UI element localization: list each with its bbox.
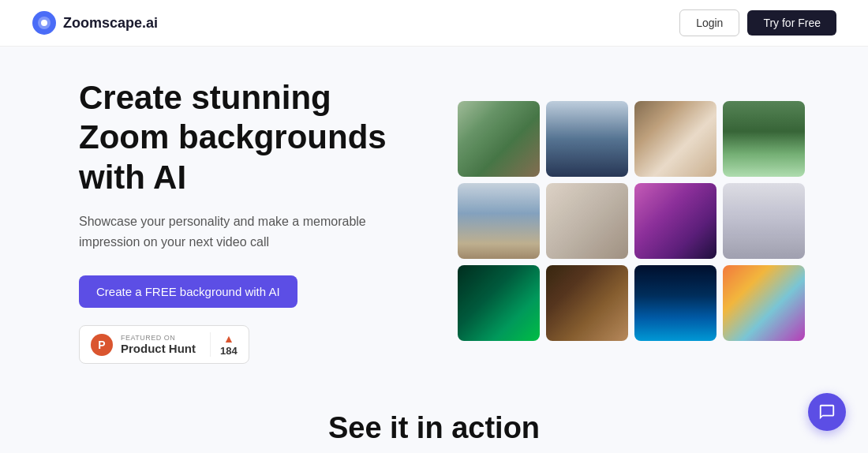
product-hunt-featured-label: FEATURED ON bbox=[121, 334, 196, 342]
image-tile-10 bbox=[546, 265, 628, 341]
image-tile-2 bbox=[546, 101, 628, 177]
product-hunt-text: FEATURED ON Product Hunt bbox=[121, 334, 196, 355]
image-tile-1 bbox=[458, 101, 540, 177]
image-tile-5 bbox=[458, 183, 540, 259]
nav-buttons: Login Try for Free bbox=[679, 9, 836, 36]
image-tile-11 bbox=[634, 265, 716, 341]
hero-left: Create stunning Zoom backgrounds with AI… bbox=[79, 78, 410, 364]
hero-subtitle: Showcase your personality and make a mem… bbox=[79, 212, 379, 252]
image-grid bbox=[458, 101, 805, 341]
product-hunt-name: Product Hunt bbox=[121, 342, 196, 355]
svg-point-2 bbox=[41, 20, 47, 26]
logo-text: Zoomscape.ai bbox=[63, 15, 158, 32]
navbar: Zoomscape.ai Login Try for Free bbox=[0, 0, 868, 47]
hero-title: Create stunning Zoom backgrounds with AI bbox=[79, 78, 410, 197]
image-tile-8 bbox=[723, 183, 805, 259]
product-hunt-badge[interactable]: P FEATURED ON Product Hunt ▲ 184 bbox=[79, 325, 249, 364]
image-tile-6 bbox=[546, 183, 628, 259]
image-tile-4 bbox=[723, 101, 805, 177]
image-tile-9 bbox=[458, 265, 540, 341]
action-section: See it in action Watch how easy it is to… bbox=[0, 387, 868, 453]
logo-icon bbox=[32, 10, 57, 36]
image-tile-12 bbox=[723, 265, 805, 341]
image-tile-7 bbox=[634, 183, 716, 259]
action-title: See it in action bbox=[32, 411, 836, 445]
product-hunt-logo: P bbox=[91, 334, 113, 356]
cta-button[interactable]: Create a FREE background with AI bbox=[79, 275, 297, 308]
login-button[interactable]: Login bbox=[679, 9, 739, 36]
logo: Zoomscape.ai bbox=[32, 10, 158, 36]
upvote-arrow-icon: ▲ bbox=[223, 332, 234, 345]
image-tile-3 bbox=[634, 101, 716, 177]
chat-icon bbox=[818, 403, 836, 421]
try-button[interactable]: Try for Free bbox=[747, 10, 836, 36]
chat-button[interactable] bbox=[808, 393, 846, 431]
product-hunt-votes: ▲ 184 bbox=[210, 332, 238, 357]
vote-count: 184 bbox=[220, 345, 238, 357]
hero-section: Create stunning Zoom backgrounds with AI… bbox=[0, 47, 868, 387]
